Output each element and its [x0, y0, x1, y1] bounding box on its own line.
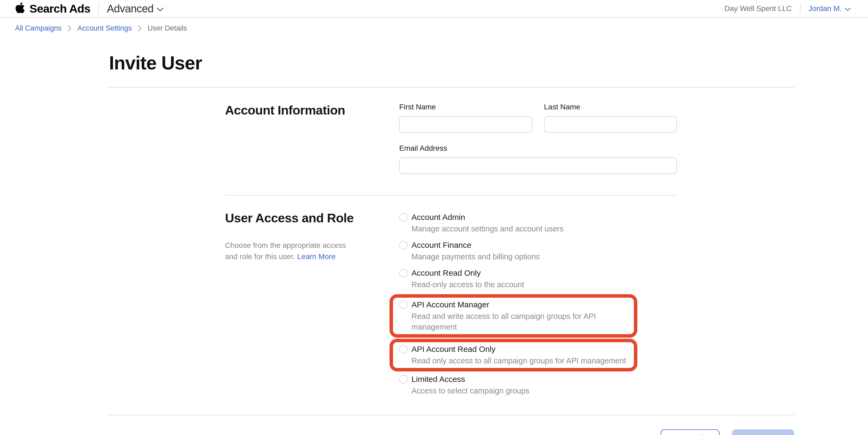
last-name-label: Last Name [544, 103, 677, 111]
role-option-label: API Account Read Only [411, 344, 626, 355]
first-name-input[interactable] [399, 116, 532, 133]
role-option-account-finance[interactable]: Account Finance Manage payments and bill… [399, 239, 677, 262]
radio-button-icon[interactable] [399, 375, 408, 383]
header-divider-right [800, 3, 801, 14]
brand: Search Ads [15, 2, 90, 15]
highlight-box-api-account-read-only: API Account Read Only Read only access t… [390, 339, 637, 372]
role-option-label: Account Read Only [411, 267, 524, 279]
top-nav-bar: Search Ads Advanced Day Well Spent LLC J… [0, 0, 868, 18]
role-option-api-account-read-only[interactable]: API Account Read Only Read only access t… [399, 344, 628, 366]
org-name: Day Well Spent LLC [724, 4, 792, 13]
footer-divider [109, 415, 794, 415]
user-access-heading: User Access and Role [225, 210, 399, 225]
first-name-label: First Name [399, 103, 532, 111]
role-option-description: Manage payments and billing options [411, 251, 540, 262]
role-option-label: Account Finance [411, 239, 540, 251]
header-divider [98, 2, 99, 15]
radio-button-icon[interactable] [399, 269, 408, 277]
user-access-section: User Access and Role Choose from the app… [109, 210, 794, 402]
page-title: Invite User [109, 52, 794, 74]
advanced-menu[interactable]: Advanced [107, 3, 164, 15]
radio-button-icon[interactable] [399, 300, 408, 309]
account-information-section: Account Information First Name Last Name… [109, 103, 794, 174]
role-option-api-account-manager[interactable]: API Account Manager Read and write acces… [399, 299, 628, 332]
role-option-label: API Account Manager [411, 299, 628, 310]
chevron-down-icon [157, 7, 164, 11]
radio-button-icon[interactable] [399, 241, 408, 250]
account-information-heading: Account Information [225, 103, 399, 117]
email-label: Email Address [399, 144, 677, 153]
chevron-down-icon [844, 7, 851, 11]
chevron-right-icon [67, 25, 71, 32]
user-access-description: Choose from the appropriate access and r… [225, 240, 360, 262]
send-invite-button[interactable]: Send Invite [732, 429, 794, 435]
user-menu-label: Jordan M. [808, 4, 842, 13]
first-name-group: First Name [399, 103, 532, 133]
main-content: Invite User Account Information First Na… [109, 52, 794, 435]
advanced-menu-label: Advanced [107, 3, 154, 15]
radio-button-icon[interactable] [399, 213, 408, 222]
learn-more-link[interactable]: Learn More [297, 252, 335, 261]
role-option-description: Read-only access to the account [411, 279, 524, 290]
role-option-description: Access to select campaign groups [411, 385, 529, 396]
footer-actions: Cancel Send Invite [109, 429, 794, 435]
role-option-label: Limited Access [411, 374, 529, 385]
role-option-account-admin[interactable]: Account Admin Manage account settings an… [399, 212, 677, 234]
breadcrumb: All Campaigns Account Settings User Deta… [0, 18, 868, 39]
apple-icon [15, 2, 25, 14]
last-name-group: Last Name [544, 103, 677, 133]
email-input[interactable] [399, 157, 677, 174]
title-divider [109, 87, 794, 88]
role-option-description: Manage account settings and account user… [411, 223, 563, 234]
breadcrumb-user-details: User Details [148, 24, 187, 32]
role-option-description: Read only access to all campaign groups … [411, 355, 626, 366]
last-name-input[interactable] [544, 116, 677, 133]
role-option-account-read-only[interactable]: Account Read Only Read-only access to th… [399, 267, 677, 290]
user-menu[interactable]: Jordan M. [808, 4, 851, 13]
highlight-box-api-account-manager: API Account Manager Read and write acces… [390, 294, 637, 338]
section-divider [225, 195, 677, 196]
breadcrumb-all-campaigns[interactable]: All Campaigns [15, 24, 62, 32]
email-group: Email Address [399, 144, 677, 174]
app-name: Search Ads [29, 2, 90, 15]
role-option-limited-access[interactable]: Limited Access Access to select campaign… [399, 374, 677, 396]
role-option-label: Account Admin [411, 212, 563, 223]
breadcrumb-account-settings[interactable]: Account Settings [78, 24, 132, 32]
cancel-button[interactable]: Cancel [661, 429, 720, 435]
role-options-list: Account Admin Manage account settings an… [399, 212, 677, 396]
chevron-right-icon [138, 25, 142, 32]
role-option-description: Read and write access to all campaign gr… [411, 311, 628, 332]
radio-button-icon[interactable] [399, 345, 408, 353]
